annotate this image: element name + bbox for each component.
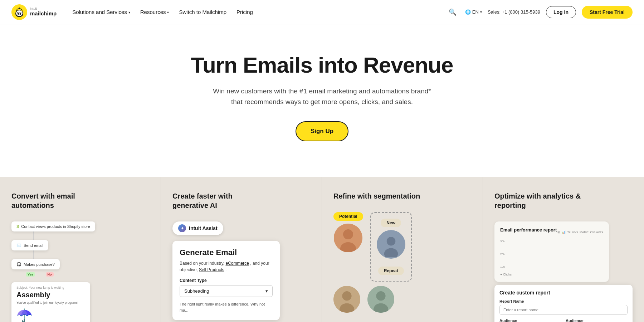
flow-line	[33, 231, 34, 240]
feature-segmentation: Refine with segmentation Potential New	[322, 177, 483, 322]
person-svg	[334, 224, 362, 252]
feature-analytics-title: Optimize with analytics & reporting	[494, 191, 587, 210]
person-svg	[333, 286, 360, 313]
repeat-badge: Repeat	[378, 267, 404, 275]
signup-button[interactable]: Sign Up	[296, 121, 348, 141]
logo-text: intuit mailchimp	[30, 7, 57, 16]
login-button[interactable]: Log In	[546, 6, 576, 18]
svg-point-5	[18, 12, 19, 13]
hero-section: Turn Emails into Revenue Win new custome…	[0, 24, 644, 177]
chart-icon[interactable]: 📊	[562, 230, 566, 234]
nav-solutions-label: Solutions and Services	[72, 9, 127, 15]
features-section: Convert with email automations S Contact…	[0, 177, 644, 322]
audience-label-1: Audience	[499, 318, 561, 322]
report-title-label: Email performance report	[500, 227, 557, 233]
seg-row2	[333, 286, 471, 313]
shopify-icon: S	[16, 224, 19, 229]
gen-email-text: The right light really makes a differenc…	[180, 301, 273, 313]
audience-label-2: Audience	[566, 318, 628, 322]
hero-subtitle: Win new customers with the #1 email mark…	[208, 86, 436, 107]
svg-point-12	[386, 237, 395, 246]
search-icon[interactable]: 🔍	[446, 5, 459, 19]
flow-branches: Yes No	[26, 272, 149, 277]
feature-ai: Create faster with generative AI ✦ Intui…	[161, 177, 322, 322]
report-name-input[interactable]	[499, 305, 628, 315]
chart-legend: ● Clicks	[500, 273, 603, 276]
nav-pricing-label: Pricing	[236, 9, 253, 15]
y-axis: 30k 20k 10k	[500, 240, 506, 268]
start-trial-button[interactable]: Start Free Trial	[582, 6, 633, 19]
custom-report-title: Create custom report	[499, 290, 628, 296]
chevron-down-icon: ▾	[576, 230, 578, 234]
feature-automations: Convert with email automations S Contact…	[0, 177, 161, 322]
svg-point-2	[16, 10, 23, 16]
flow-line	[33, 250, 34, 259]
seg-person-new: New	[377, 219, 405, 259]
time-selector[interactable]: Till no ▾	[567, 230, 578, 234]
nav-item-switch[interactable]: Switch to Mailchimp	[175, 6, 231, 18]
svg-point-9	[343, 229, 353, 239]
report-name-label: Report Name	[499, 299, 628, 303]
potential-badge: Potential	[333, 212, 363, 221]
question-icon: 🎧	[16, 262, 21, 267]
ecommerce-link[interactable]: eCommerce	[226, 261, 249, 266]
email-icon: ✉️	[16, 243, 21, 248]
chevron-down-icon: ▾	[601, 230, 603, 234]
mailchimp-logo-icon	[11, 4, 27, 20]
flow-node-send: ✉️ Send email	[11, 240, 48, 250]
content-type-value: Subheading	[184, 288, 209, 294]
email-preview: Subject: Your new lamp is waiting Assemb…	[11, 282, 90, 322]
nav-resources-label: Resources	[140, 9, 166, 15]
avatar-3	[333, 286, 360, 313]
logo[interactable]: intuit mailchimp	[11, 4, 57, 20]
svg-point-18	[376, 291, 385, 301]
nav-item-pricing[interactable]: Pricing	[232, 6, 257, 18]
sell-products-link[interactable]: Sell Products	[199, 267, 224, 272]
svg-point-7	[19, 8, 20, 9]
seg-person-repeat: Repeat	[378, 267, 404, 275]
metric-selector[interactable]: Metric: Clicked ▾	[580, 230, 603, 234]
chevron-down-icon: ▾	[128, 10, 130, 14]
flow-yes-badge: Yes	[26, 272, 35, 277]
hero-title: Turn Emails into Revenue	[191, 53, 453, 77]
person-svg	[379, 232, 404, 257]
seg-person-potential: Potential	[333, 212, 363, 282]
assist-dot-icon: ✦	[178, 224, 186, 232]
language-selector[interactable]: 🌐 EN ▾	[465, 9, 482, 15]
avatar-4	[367, 286, 394, 313]
globe-icon: 🌐	[465, 9, 471, 15]
report-panel: Email performance report ⊞ 📊 Till no ▾ M…	[494, 221, 609, 282]
generate-email-panel: Generate Email Based on your industry, e…	[172, 241, 280, 320]
avatar-new	[377, 230, 405, 259]
analytics-content: Email performance report ⊞ 📊 Till no ▾ M…	[494, 221, 633, 322]
nav-item-solutions[interactable]: Solutions and Services ▾	[68, 6, 135, 18]
navbar: intuit mailchimp Solutions and Services …	[0, 0, 644, 24]
nav-links: Solutions and Services ▾ Resources ▾ Swi…	[68, 6, 257, 18]
avatar-potential	[334, 224, 362, 252]
svg-point-15	[342, 291, 351, 301]
email-subject: Subject: Your new lamp is waiting	[16, 286, 85, 289]
nav-right: 🔍 🌐 EN ▾ Sales: +1 (800) 315-5939 Log In…	[446, 5, 633, 19]
assist-label: Intuit Assist	[189, 225, 218, 231]
umbrella-emoji: ☂️	[16, 308, 85, 322]
gen-email-title: Generate Email	[180, 248, 273, 257]
email-body: You've qualified to join our loyalty pro…	[16, 301, 85, 305]
gen-email-desc: Based on your industry, eCommerce , and …	[180, 260, 273, 273]
filter-icon[interactable]: ⊞	[557, 230, 560, 234]
flow-node-purchase: 🎧 Makes purchase?	[11, 259, 60, 269]
nav-left: intuit mailchimp Solutions and Services …	[11, 4, 257, 20]
feature-analytics: Optimize with analytics & reporting Emai…	[483, 177, 644, 322]
flow-no-badge: No	[46, 272, 54, 277]
chevron-down-icon: ▾	[265, 288, 268, 294]
content-type-label: Content Type	[180, 278, 273, 283]
lang-label: EN	[472, 9, 479, 15]
report-controls: ⊞ 📊 Till no ▾ Metric: Clicked ▾	[557, 230, 603, 234]
clicks-legend: ● Clicks	[500, 273, 512, 276]
seg-dashed-group: New Repeat	[370, 212, 412, 282]
feature-seg-title: Refine with segmentation	[333, 191, 426, 201]
audience-row: Audience 2 selected ▾ Audience 2 selecte…	[499, 318, 628, 322]
content-type-select[interactable]: Subheading ▾	[180, 285, 273, 297]
chevron-down-icon: ▾	[480, 10, 482, 14]
chevron-down-icon: ▾	[167, 10, 169, 14]
nav-item-resources[interactable]: Resources ▾	[136, 6, 174, 18]
